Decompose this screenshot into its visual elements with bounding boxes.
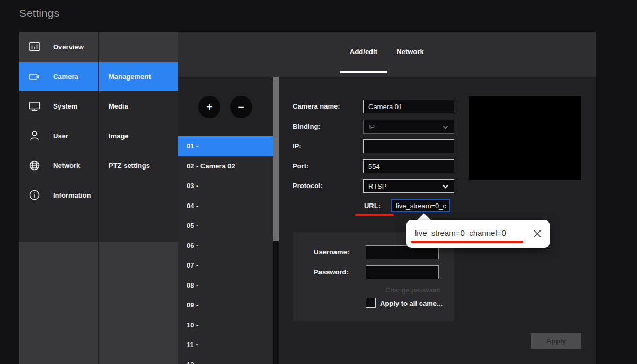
camera-management-content: Add/edit Network Camera name: Binding: I… [279, 32, 596, 364]
protocol-label: Protocol: [293, 182, 360, 190]
camera-list-scrollbar[interactable] [273, 32, 279, 364]
close-icon[interactable] [533, 229, 542, 238]
sidebar-item-label: System [53, 102, 77, 110]
subnav-item-ptz-settings[interactable]: PTZ settings [99, 150, 178, 180]
tab-add-edit[interactable]: Add/edit [340, 48, 387, 56]
sidebar-item-overview[interactable]: Overview [19, 32, 98, 61]
camera-list-item[interactable]: 10 - [178, 315, 273, 335]
chevron-down-icon [443, 124, 448, 129]
add-camera-button[interactable]: + [198, 96, 220, 118]
tab-network[interactable]: Network [391, 48, 429, 56]
change-password-link: Change password [385, 286, 441, 294]
bar-chart-icon [28, 40, 41, 54]
chevron-down-icon [443, 183, 448, 189]
sidebar-item-system[interactable]: System [19, 91, 98, 121]
port-input[interactable] [363, 159, 454, 173]
camera-subnav: Management Media Image PTZ settings [98, 32, 178, 364]
video-camera-icon [28, 70, 41, 84]
camera-video-preview [469, 96, 581, 180]
camera-list-item[interactable]: 07 - [178, 255, 273, 276]
camera-list-item[interactable]: 05 - [178, 216, 273, 236]
camera-list: 01 - 02 - Camera 02 03 - 04 - 05 - 06 - … [178, 136, 273, 364]
camera-list-item[interactable]: 06 - [178, 236, 273, 256]
subnav-item-image[interactable]: Image [99, 121, 178, 150]
ip-input[interactable] [363, 139, 454, 153]
subnav-item-label: PTZ settings [109, 162, 150, 170]
apply-to-all-checkbox[interactable] [366, 298, 376, 308]
password-input[interactable] [366, 265, 439, 279]
camera-list-item[interactable]: 04 - [178, 196, 273, 216]
apply-to-all-label: Apply to all came... [380, 299, 443, 307]
subnav-item-management[interactable]: Management [99, 62, 178, 91]
red-annotation-underline-tooltip [411, 241, 523, 243]
sidebar-item-label: Camera [53, 73, 78, 81]
remove-camera-button[interactable]: − [230, 96, 252, 118]
protocol-select[interactable]: RTSP [363, 179, 454, 193]
sidebar-item-label: Information [53, 191, 91, 199]
sidebar-item-network[interactable]: Network [19, 150, 98, 180]
sidebar-item-information[interactable]: Information [19, 180, 98, 210]
tooltip-text: live_stream=0_channel=0 [415, 228, 506, 237]
scrollbar-thumb[interactable] [273, 77, 279, 241]
content-tab-bar: Add/edit Network [279, 32, 596, 77]
user-icon [28, 129, 41, 143]
page-title: Settings [19, 7, 59, 20]
red-annotation-underline-url-label [355, 214, 394, 216]
apply-button[interactable]: Apply [531, 333, 581, 349]
camera-list-item[interactable]: 01 - [178, 136, 273, 156]
globe-icon [28, 158, 41, 172]
sidebar-item-camera[interactable]: Camera [19, 62, 98, 91]
subnav-item-label: Management [109, 73, 151, 81]
camera-name-label: Camera name: [293, 102, 360, 110]
subnav-item-media[interactable]: Media [99, 91, 178, 121]
protocol-value: RTSP [368, 182, 386, 190]
camera-list-header [178, 32, 273, 77]
subnav-item-label: Media [109, 102, 128, 110]
text-cursor [447, 202, 447, 210]
binding-select: IP [363, 120, 454, 134]
url-tooltip: live_stream=0_channel=0 [406, 220, 550, 248]
monitor-icon [28, 99, 41, 113]
camera-list-toolbar: + − [178, 77, 273, 136]
settings-window: Overview Camera System User Network [19, 32, 596, 364]
url-value: live_stream=0_c [396, 202, 446, 210]
camera-list-item[interactable]: 03 - [178, 176, 273, 196]
subnav-item-label: Image [109, 132, 129, 140]
ip-label: IP: [293, 142, 360, 150]
camera-list-item[interactable]: 12 - [178, 355, 273, 364]
info-icon [28, 188, 41, 202]
sidebar-item-label: Overview [53, 43, 84, 51]
camera-list-item[interactable]: 02 - Camera 02 [178, 156, 273, 176]
url-label: URL: [342, 202, 381, 210]
url-input[interactable]: live_stream=0_c [391, 199, 450, 212]
camera-list-item[interactable]: 09 - [178, 295, 273, 315]
camera-list-item[interactable]: 11 - [178, 335, 273, 355]
username-label: Username: [314, 248, 362, 256]
camera-list-panel: + − 01 - 02 - Camera 02 03 - 04 - 05 - 0… [178, 32, 273, 364]
scrollbar-header-cap [273, 32, 279, 77]
binding-label: Binding: [293, 122, 360, 130]
camera-name-input[interactable] [363, 100, 454, 113]
camera-list-item[interactable]: 08 - [178, 276, 273, 296]
password-label: Password: [314, 268, 362, 276]
active-tab-underline [340, 71, 387, 73]
sidebar-item-user[interactable]: User [19, 121, 98, 150]
sidebar-item-label: User [53, 132, 68, 140]
port-label: Port: [293, 162, 360, 170]
sidebar-item-label: Network [53, 162, 80, 170]
binding-value: IP [368, 123, 375, 131]
main-nav: Overview Camera System User Network [19, 32, 98, 364]
